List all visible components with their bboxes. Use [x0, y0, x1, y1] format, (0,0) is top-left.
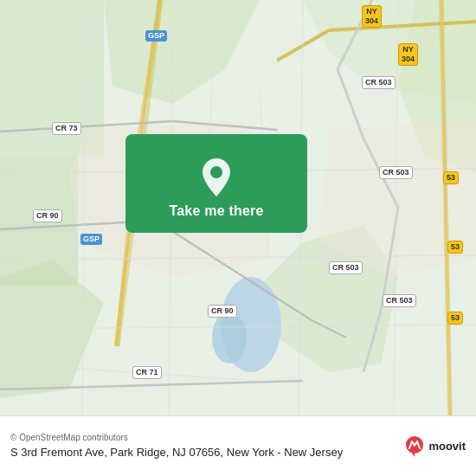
badge-53-bot: 53 [447, 312, 463, 325]
svg-point-11 [212, 312, 247, 363]
badge-ny304-top: NY304 [362, 5, 382, 28]
moovit-logo: moovit [402, 434, 466, 459]
address-text: S 3rd Fremont Ave, Park Ridge, NJ 07656,… [10, 446, 394, 460]
badge-ny304-right: NY304 [398, 43, 418, 66]
badge-53-mid: 53 [447, 241, 463, 254]
location-pin-icon [201, 158, 232, 196]
map-container: NY304 NY304 CR 503 CR 503 CR 503 CR 503 … [0, 0, 476, 415]
moovit-text: moovit [428, 440, 466, 453]
badge-gsp-mid: GSP [80, 234, 102, 245]
badge-gsp-top: GSP [145, 30, 167, 42]
moovit-logo-icon [402, 434, 427, 459]
badge-cr90-left: CR 90 [33, 209, 62, 222]
copyright-text: © OpenStreetMap contributors [10, 433, 394, 442]
badge-cr71: CR 71 [132, 366, 162, 379]
badge-cr90-bot: CR 90 [208, 305, 237, 318]
bottom-bar: © OpenStreetMap contributors S 3rd Fremo… [0, 415, 476, 476]
badge-cr503-bot1: CR 503 [329, 261, 363, 274]
badge-53-top: 53 [443, 171, 459, 184]
badge-cr503-mid: CR 503 [379, 166, 413, 179]
take-me-there-button[interactable]: Take me there [125, 134, 307, 233]
badge-cr503-bot2: CR 503 [383, 294, 416, 307]
svg-point-42 [210, 166, 222, 178]
svg-marker-9 [320, 121, 476, 277]
address-section: © OpenStreetMap contributors S 3rd Fremo… [10, 433, 394, 460]
badge-cr73: CR 73 [52, 122, 81, 135]
badge-cr503-top: CR 503 [362, 76, 396, 89]
take-me-there-label: Take me there [169, 203, 263, 219]
